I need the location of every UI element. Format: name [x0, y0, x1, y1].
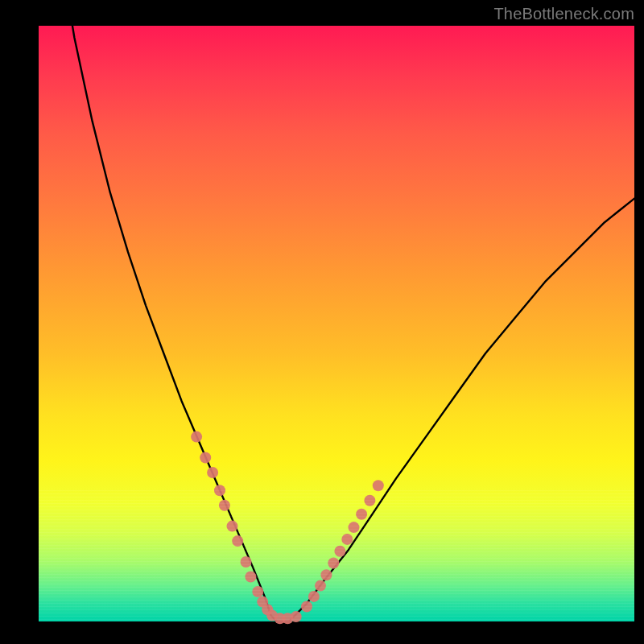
data-dot [252, 586, 263, 597]
data-dot [191, 431, 202, 443]
chart-frame: TheBottleneck.com [0, 0, 644, 644]
plot-area [39, 26, 634, 621]
dots-group [191, 431, 384, 625]
bottleneck-curve [39, 0, 634, 621]
data-dot [291, 611, 302, 622]
chart-overlay [39, 26, 634, 621]
data-dot [315, 580, 326, 592]
data-dot [232, 535, 243, 547]
data-dot [200, 452, 211, 464]
data-dot [219, 500, 230, 511]
data-dot [320, 569, 332, 580]
curve-group [39, 0, 634, 621]
data-dot [241, 556, 252, 568]
data-dot [364, 495, 375, 506]
data-dot [301, 601, 312, 613]
data-dot [245, 572, 256, 583]
data-dot [308, 591, 320, 602]
data-dot [341, 534, 353, 545]
data-dot [373, 480, 384, 491]
data-dot [356, 509, 367, 520]
data-dot [334, 546, 345, 557]
data-dot [207, 467, 218, 478]
data-dot [328, 558, 339, 569]
data-dot [349, 522, 360, 533]
data-dot [227, 521, 238, 532]
watermark-text: TheBottleneck.com [493, 5, 634, 23]
data-dot [214, 485, 225, 496]
